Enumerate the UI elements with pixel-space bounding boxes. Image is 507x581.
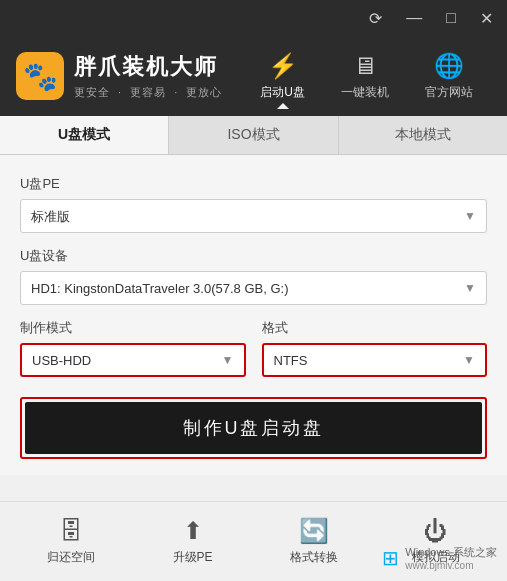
row-fields: 制作模式 USB-HDD ▼ 格式 NTFS ▼ [20, 319, 487, 377]
tab-local-mode[interactable]: 本地模式 [339, 116, 507, 154]
nav-official[interactable]: 🌐 官方网站 [407, 44, 491, 109]
tabs: U盘模式 ISO模式 本地模式 [0, 116, 507, 155]
make-usb-button[interactable]: 制作U盘启动盘 [25, 402, 482, 454]
make-mode-label: 制作模式 [20, 319, 246, 337]
tab-iso-mode[interactable]: ISO模式 [169, 116, 338, 154]
make-mode-select-wrapper: USB-HDD ▼ [20, 343, 246, 377]
usb-pe-select-wrapper: 标准版 ▼ [20, 199, 487, 233]
nav-onekey-label: 一键装机 [341, 84, 389, 101]
format-select-wrapper: NTFS ▼ [262, 343, 488, 377]
upgrade-pe-label: 升级PE [173, 549, 213, 566]
nav-official-label: 官方网站 [425, 84, 473, 101]
usb-pe-label: U盘PE [20, 175, 487, 193]
title-bar: ⟳ — □ ✕ [0, 0, 507, 36]
close-button[interactable]: ✕ [474, 7, 499, 30]
usb-icon: ⚡ [268, 52, 298, 80]
restore-space-label: 归还空间 [47, 549, 95, 566]
make-mode-select[interactable]: USB-HDD [32, 353, 234, 368]
format-field: 格式 NTFS ▼ [262, 319, 488, 377]
footer-upgrade-pe[interactable]: ⬆ 升级PE [163, 517, 223, 566]
upgrade-pe-icon: ⬆ [183, 517, 203, 545]
restore-space-icon: 🗄 [59, 517, 83, 545]
footer-format-convert[interactable]: 🔄 格式转换 [284, 517, 344, 566]
nav-usb[interactable]: ⚡ 启动U盘 [242, 44, 323, 109]
footer: 🗄 归还空间 ⬆ 升级PE 🔄 格式转换 ⏻ 模拟启动 ⊞ Windows 系统… [0, 501, 507, 581]
nav-usb-label: 启动U盘 [260, 84, 305, 101]
windows-logo-icon: ⊞ [382, 546, 399, 570]
nav-onekey[interactable]: 🖥 一键装机 [323, 44, 407, 109]
usb-pe-select[interactable]: 标准版 [31, 209, 476, 224]
format-convert-label: 格式转换 [290, 549, 338, 566]
action-btn-wrapper: 制作U盘启动盘 [20, 397, 487, 459]
usb-device-select-wrapper: HD1: KingstonDataTraveler 3.0(57.8 GB, G… [20, 271, 487, 305]
main-content: U盘PE 标准版 ▼ U盘设备 HD1: KingstonDataTravele… [0, 155, 507, 475]
header: 🐾 胖爪装机大师 更安全 · 更容易 · 更放心 ⚡ 启动U盘 🖥 一键装机 🌐… [0, 36, 507, 116]
format-convert-icon: 🔄 [299, 517, 329, 545]
maximize-button[interactable]: □ [440, 7, 462, 29]
restore-button[interactable]: ⟳ [363, 7, 388, 30]
make-mode-field: 制作模式 USB-HDD ▼ [20, 319, 246, 377]
logo-icon: 🐾 [16, 52, 64, 100]
watermark: ⊞ Windows 系统之家 www.bjmlv.com [382, 545, 497, 571]
format-label: 格式 [262, 319, 488, 337]
monitor-icon: 🖥 [353, 52, 377, 80]
usb-device-select[interactable]: HD1: KingstonDataTraveler 3.0(57.8 GB, G… [31, 281, 476, 296]
app-title: 胖爪装机大师 [74, 52, 222, 82]
watermark-text: Windows 系统之家 www.bjmlv.com [405, 545, 497, 571]
logo-text: 胖爪装机大师 更安全 · 更容易 · 更放心 [74, 52, 222, 100]
web-icon: 🌐 [434, 52, 464, 80]
app-subtitle: 更安全 · 更容易 · 更放心 [74, 85, 222, 100]
logo-area: 🐾 胖爪装机大师 更安全 · 更容易 · 更放心 [16, 52, 226, 100]
usb-device-label: U盘设备 [20, 247, 487, 265]
footer-restore-space[interactable]: 🗄 归还空间 [41, 517, 101, 566]
minimize-button[interactable]: — [400, 7, 428, 29]
format-select[interactable]: NTFS [274, 353, 476, 368]
tab-usb-mode[interactable]: U盘模式 [0, 116, 169, 154]
nav-buttons: ⚡ 启动U盘 🖥 一键装机 🌐 官方网站 [242, 44, 491, 109]
simulate-startup-icon: ⏻ [424, 517, 448, 545]
